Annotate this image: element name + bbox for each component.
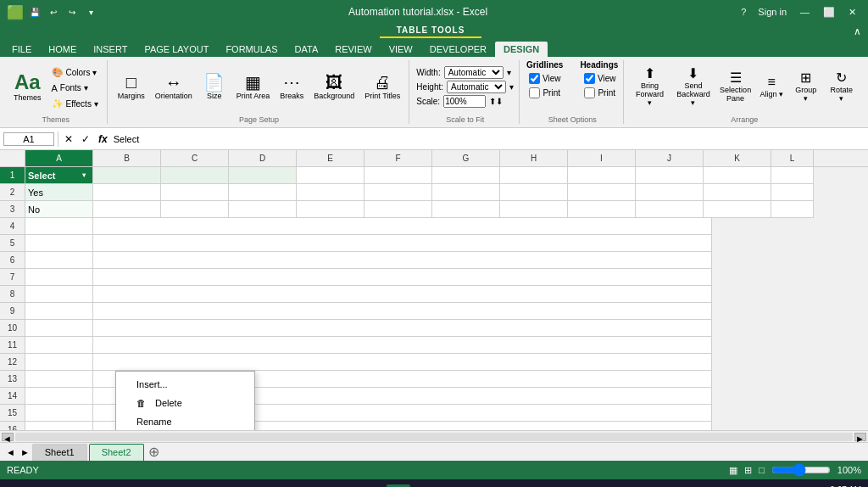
cell-d3[interactable] — [229, 201, 297, 218]
ctx-insert[interactable]: Insert... — [116, 375, 254, 394]
tab-review[interactable]: REVIEW — [326, 42, 380, 57]
cell-rest-11[interactable] — [93, 337, 712, 354]
cell-c1[interactable] — [161, 167, 229, 184]
cell-i3[interactable] — [568, 201, 636, 218]
sign-in-btn[interactable]: Sign in — [753, 7, 792, 17]
row-header-15[interactable]: 15 — [0, 405, 25, 422]
fx-btn[interactable]: fx — [96, 133, 110, 145]
row-header-5[interactable]: 5 — [0, 235, 25, 252]
col-header-j[interactable]: J — [636, 150, 704, 166]
col-header-l[interactable]: L — [771, 150, 814, 166]
cell-g1[interactable] — [432, 167, 500, 184]
redo-qat-btn[interactable]: ↪ — [64, 5, 80, 19]
cell-e3[interactable] — [297, 201, 364, 218]
view-normal-icon[interactable]: ▦ — [729, 465, 737, 476]
cell-l2[interactable] — [771, 184, 814, 201]
cell-rest-7[interactable] — [93, 269, 712, 286]
col-header-a[interactable]: A — [25, 150, 93, 166]
cell-j1[interactable] — [636, 167, 704, 184]
cell-a14[interactable] — [25, 388, 93, 405]
cell-rest-10[interactable] — [93, 320, 712, 337]
print-area-btn[interactable]: ▦ Print Area — [233, 72, 274, 102]
row-header-1[interactable]: 1 — [0, 167, 25, 184]
tab-data[interactable]: DATA — [287, 42, 327, 57]
name-box[interactable] — [3, 132, 54, 146]
scroll-track-h[interactable] — [15, 433, 853, 441]
col-header-k[interactable]: K — [704, 150, 771, 166]
cell-a9[interactable] — [25, 303, 93, 320]
minimize-btn[interactable]: — — [795, 7, 815, 17]
scroll-right-btn[interactable]: ► — [854, 433, 866, 441]
themes-btn[interactable]: Aa Themes — [10, 70, 45, 104]
cell-a6[interactable] — [25, 252, 93, 269]
row-header-6[interactable]: 6 — [0, 252, 25, 269]
selection-pane-btn[interactable]: ☰ SelectionPane — [718, 70, 753, 104]
print-titles-btn[interactable]: 🖨 Print Titles — [361, 72, 403, 102]
row-header-7[interactable]: 7 — [0, 269, 25, 286]
row-header-12[interactable]: 12 — [0, 354, 25, 371]
width-select[interactable]: Automatic — [444, 66, 504, 79]
tab-design[interactable]: DESIGN — [495, 42, 548, 57]
zoom-slider[interactable] — [771, 463, 831, 477]
cell-l1[interactable] — [771, 167, 814, 184]
height-select[interactable]: Automatic — [447, 81, 506, 93]
bring-forward-btn[interactable]: ⬆ BringForward ▾ — [631, 65, 668, 109]
cell-a11[interactable] — [25, 337, 93, 354]
cell-a5[interactable] — [25, 235, 93, 252]
start-button[interactable]: ⊞ — [7, 483, 34, 487]
ctx-rename[interactable]: Rename — [116, 412, 254, 430]
col-header-c[interactable]: C — [161, 150, 229, 166]
cell-k1[interactable] — [704, 167, 771, 184]
cell-c3[interactable] — [161, 201, 229, 218]
cell-f1[interactable] — [364, 167, 432, 184]
breaks-btn[interactable]: ⋯ Breaks — [276, 72, 307, 102]
group-btn[interactable]: ⊞ Group ▾ — [790, 70, 821, 104]
undo-qat-btn[interactable]: ↩ — [46, 5, 61, 19]
row-header-10[interactable]: 10 — [0, 320, 25, 337]
fonts-btn[interactable]: A Fonts ▾ — [48, 81, 102, 95]
cell-c2[interactable] — [161, 184, 229, 201]
sheet-tab-sheet2[interactable]: Sheet2 — [89, 444, 144, 461]
cancel-formula-btn[interactable]: ✕ — [62, 133, 75, 145]
tab-page-layout[interactable]: PAGE LAYOUT — [136, 42, 217, 57]
row-header-16[interactable]: 16 — [0, 422, 25, 430]
cell-g3[interactable] — [432, 201, 500, 218]
cell-g2[interactable] — [432, 184, 500, 201]
cell-a16[interactable] — [25, 422, 93, 430]
tab-developer[interactable]: DEVELOPER — [421, 42, 495, 57]
align-btn[interactable]: ≡ Align ▾ — [756, 74, 787, 100]
col-header-h[interactable]: H — [500, 150, 568, 166]
row-header-4[interactable]: 4 — [0, 218, 25, 235]
cell-a3[interactable]: No — [25, 201, 93, 218]
cell-rest-12[interactable] — [93, 354, 712, 371]
col-header-i[interactable]: I — [568, 150, 636, 166]
cell-a15[interactable] — [25, 405, 93, 422]
orientation-btn[interactable]: ↔ Orientation — [152, 72, 196, 102]
cell-d1[interactable] — [229, 167, 297, 184]
cell-f3[interactable] — [364, 201, 432, 218]
sheet-nav-prev[interactable]: ◄ — [3, 447, 18, 457]
cell-h2[interactable] — [500, 184, 568, 201]
cell-a2[interactable]: Yes — [25, 184, 93, 201]
ctx-delete[interactable]: 🗑 Delete — [116, 394, 254, 412]
cell-b3[interactable] — [93, 201, 161, 218]
cell-a4[interactable] — [25, 218, 93, 235]
cell-e1[interactable] — [297, 167, 364, 184]
tab-formulas[interactable]: FORMULAS — [217, 42, 286, 57]
dropdown-arrow[interactable]: ▾ — [78, 170, 90, 182]
tab-home[interactable]: HOME — [40, 42, 85, 57]
tab-insert[interactable]: INSERT — [85, 42, 136, 57]
col-header-f[interactable]: F — [364, 150, 432, 166]
col-header-e[interactable]: E — [297, 150, 364, 166]
cell-h1[interactable] — [500, 167, 568, 184]
view-layout-icon[interactable]: ⊞ — [744, 465, 752, 476]
cell-a13[interactable] — [25, 371, 93, 388]
cell-rest-9[interactable] — [93, 303, 712, 320]
sheet-nav-next[interactable]: ► — [18, 447, 32, 457]
cell-rest-5[interactable] — [93, 235, 712, 252]
effects-btn[interactable]: ✨ Effects ▾ — [48, 97, 102, 111]
add-sheet-btn[interactable]: ⊕ — [146, 444, 163, 461]
cell-d2[interactable] — [229, 184, 297, 201]
view-page-icon[interactable]: □ — [759, 465, 765, 475]
cell-b2[interactable] — [93, 184, 161, 201]
